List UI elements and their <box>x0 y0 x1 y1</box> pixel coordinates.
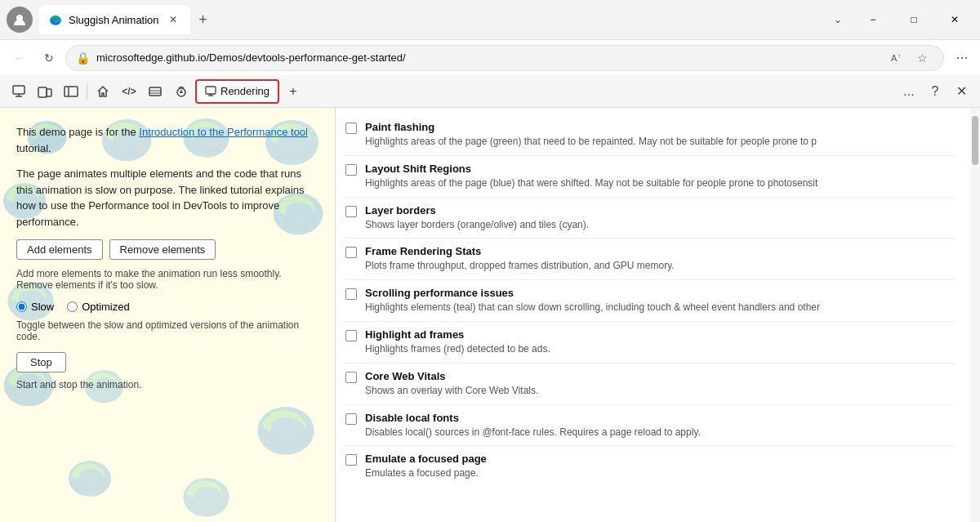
render-checkbox-disable-fonts[interactable] <box>345 413 357 425</box>
render-item-title-disable-fonts: Disable local fonts <box>365 412 952 424</box>
render-item-title-emulate-focused: Emulate a focused page <box>365 453 952 465</box>
render-checkbox-frame-rendering[interactable] <box>345 247 357 258</box>
main-content: This demo page is for the Introduction t… <box>0 108 980 522</box>
svg-text:A: A <box>891 53 898 63</box>
new-tab-button[interactable]: + <box>190 7 216 33</box>
render-item-text-emulate-focused: Emulate a focused pageEmulates a focused… <box>365 453 952 480</box>
svg-rect-11 <box>149 87 161 96</box>
svg-point-29 <box>257 407 314 455</box>
svg-point-31 <box>183 478 229 517</box>
browser-more-button[interactable]: ··· <box>951 47 973 69</box>
scrollbar-track[interactable] <box>970 108 980 522</box>
optimized-radio-label[interactable]: Optimized <box>67 301 130 313</box>
render-item-text-layout-shift: Layout Shift RegionsHighlights areas of … <box>365 163 952 190</box>
render-item-title-highlight-ads: Highlight ad frames <box>365 328 952 341</box>
elements-hint: Add more elements to make the animation … <box>16 268 318 291</box>
render-item-frame-rendering: Frame Rendering StatsPlots frame through… <box>342 239 956 280</box>
add-tab-button[interactable]: + <box>281 79 305 104</box>
titlebar-window-controls: ⌄ − □ ✕ <box>825 7 973 33</box>
add-elements-button[interactable]: Add elements <box>16 239 103 260</box>
url-text: microsoftedge.github.io/Demos/devtools-p… <box>96 51 880 64</box>
render-item-highlight-ads: Highlight ad framesHighlights frames (re… <box>342 322 956 364</box>
rendering-tab-label: Rendering <box>220 85 270 97</box>
favorites-button[interactable]: ☆ <box>911 47 933 69</box>
back-button[interactable]: ← <box>7 45 33 71</box>
network-tab-button[interactable] <box>143 79 167 104</box>
window-minimize-button[interactable]: − <box>854 7 892 33</box>
tab-favicon-icon <box>49 13 62 26</box>
render-item-text-disable-fonts: Disable local fontsDisables local() sour… <box>365 412 952 439</box>
lock-icon: 🔒 <box>76 51 90 65</box>
optimized-label: Optimized <box>82 301 130 313</box>
read-aloud-button[interactable]: A↑ <box>886 47 909 69</box>
render-item-title-core-web-vitals: Core Web Vitals <box>365 370 952 382</box>
render-item-desc-highlight-ads: Highlights frames (red) detected to be a… <box>365 342 920 356</box>
render-checkbox-highlight-ads[interactable] <box>345 330 357 341</box>
render-item-emulate-focused: Emulate a focused pageEmulates a focused… <box>342 446 956 487</box>
render-item-title-paint-flashing: Paint flashing <box>365 121 952 133</box>
devtools-more-button[interactable]: ... <box>897 79 921 104</box>
sources-tab-button[interactable]: </> <box>117 79 141 104</box>
render-checkbox-paint-flashing[interactable] <box>345 123 357 134</box>
tab-title: Sluggish Animation <box>69 14 159 26</box>
reload-button[interactable]: ↻ <box>36 45 62 71</box>
render-item-text-frame-rendering: Frame Rendering StatsPlots frame through… <box>365 245 952 273</box>
render-item-core-web-vitals: Core Web VitalsShows an overlay with Cor… <box>342 364 956 405</box>
intro-text-1: This demo page is for the <box>16 126 139 138</box>
slow-radio[interactable] <box>16 301 27 312</box>
devtools-toolbar: </> Rendering + ... ? ✕ <box>0 75 980 108</box>
render-item-title-layout-shift: Layout Shift Regions <box>365 163 952 175</box>
render-item-title-layer-borders: Layer borders <box>365 204 952 216</box>
devtools-right-buttons: ... ? ✕ <box>897 79 973 104</box>
optimized-radio[interactable] <box>67 301 78 312</box>
render-item-desc-scrolling-issues: Highlights elements (teal) that can slow… <box>365 301 920 315</box>
render-checkbox-scrolling-issues[interactable] <box>345 288 357 300</box>
render-checkbox-layout-shift[interactable] <box>345 164 357 176</box>
animation-mode-row: Slow Optimized <box>16 301 318 313</box>
page-content-box: This demo page is for the Introduction t… <box>0 108 335 407</box>
window-maximize-button[interactable]: □ <box>895 7 933 33</box>
intro-paragraph: This demo page is for the Introduction t… <box>16 124 318 156</box>
render-checkbox-emulate-focused[interactable] <box>345 454 357 466</box>
devtools-close-button[interactable]: ✕ <box>949 79 973 104</box>
render-item-desc-disable-fonts: Disables local() sources in @font-face r… <box>365 426 920 439</box>
render-item-desc-layout-shift: Highlights areas of the page (blue) that… <box>365 176 920 190</box>
render-item-text-core-web-vitals: Core Web VitalsShows an overlay with Cor… <box>365 370 952 398</box>
rendering-tab[interactable]: Rendering <box>195 79 279 104</box>
window-close-button[interactable]: ✕ <box>936 7 973 33</box>
toggle-hint: Toggle between the slow and optimized ve… <box>16 319 318 342</box>
render-item-layout-shift: Layout Shift RegionsHighlights areas of … <box>342 156 956 198</box>
svg-text:↑: ↑ <box>898 52 901 60</box>
slow-label: Slow <box>31 301 54 313</box>
tab-bar: Sluggish Animation ✕ + <box>39 0 818 39</box>
home-tab-button[interactable] <box>91 79 115 104</box>
render-item-disable-fonts: Disable local fontsDisables local() sour… <box>342 405 956 447</box>
devtools-help-button[interactable]: ? <box>923 79 947 104</box>
tab-close-button[interactable]: ✕ <box>166 12 180 27</box>
settings-and-more-dropdown[interactable]: ⌄ <box>825 7 851 33</box>
performance-tool-link[interactable]: Introduction to the Performance tool <box>139 126 308 138</box>
intro-text-2: tutorial. <box>16 142 51 154</box>
performance-bug-button[interactable] <box>169 79 194 104</box>
url-bar[interactable]: 🔒 microsoftedge.github.io/Demos/devtools… <box>65 45 944 71</box>
inspect-element-button[interactable] <box>7 79 31 104</box>
device-toggle-button[interactable] <box>33 79 57 104</box>
svg-rect-4 <box>13 86 24 94</box>
rendering-panel: Paint flashingHighlights areas of the pa… <box>335 108 980 522</box>
render-item-desc-emulate-focused: Emulates a focused page. <box>365 466 920 480</box>
sidebar-toggle-button[interactable] <box>59 79 83 104</box>
render-item-desc-layer-borders: Shows layer borders (orange/olive) and t… <box>365 218 920 232</box>
active-tab[interactable]: Sluggish Animation ✕ <box>39 5 190 34</box>
stop-button[interactable]: Stop <box>16 352 66 373</box>
svg-rect-8 <box>47 89 51 96</box>
slow-radio-label[interactable]: Slow <box>16 301 54 313</box>
element-buttons-row: Add elements Remove elements <box>16 239 318 260</box>
render-checkbox-layer-borders[interactable] <box>345 206 357 217</box>
render-item-title-frame-rendering: Frame Rendering Stats <box>365 245 952 257</box>
scrollbar-thumb[interactable] <box>972 116 978 165</box>
profile-icon[interactable] <box>7 7 33 33</box>
address-actions: A↑ ☆ <box>886 47 933 69</box>
svg-rect-7 <box>38 87 47 97</box>
render-checkbox-core-web-vitals[interactable] <box>345 372 357 383</box>
remove-elements-button[interactable]: Remove elements <box>109 239 216 260</box>
